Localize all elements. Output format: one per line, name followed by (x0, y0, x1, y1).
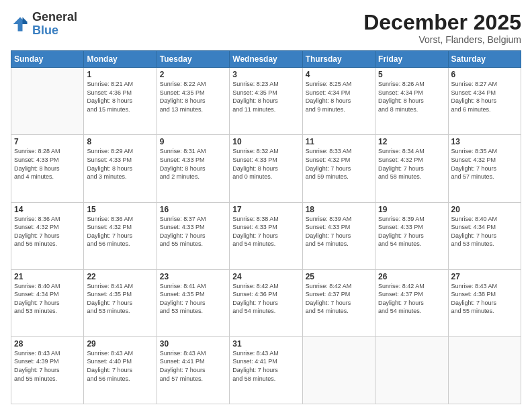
day-info: Sunrise: 8:22 AM Sunset: 4:35 PM Dayligh… (160, 80, 226, 113)
day-number: 13 (451, 137, 518, 146)
calendar-cell: 17Sunrise: 8:38 AM Sunset: 4:33 PM Dayli… (230, 202, 302, 269)
calendar-cell: 22Sunrise: 8:41 AM Sunset: 4:35 PM Dayli… (84, 269, 157, 336)
logo: General Blue (11, 11, 77, 38)
day-number: 10 (232, 137, 299, 146)
calendar-cell: 13Sunrise: 8:35 AM Sunset: 4:32 PM Dayli… (448, 135, 521, 202)
day-number: 26 (378, 272, 445, 281)
day-number: 16 (160, 205, 226, 214)
day-number: 7 (14, 137, 81, 146)
day-header-saturday: Saturday (448, 51, 521, 68)
day-info: Sunrise: 8:42 AM Sunset: 4:37 PM Dayligh… (378, 282, 445, 316)
calendar-cell: 1Sunrise: 8:21 AM Sunset: 4:36 PM Daylig… (84, 68, 157, 135)
day-info: Sunrise: 8:36 AM Sunset: 4:32 PM Dayligh… (14, 215, 81, 248)
day-info: Sunrise: 8:31 AM Sunset: 4:33 PM Dayligh… (160, 147, 226, 181)
calendar-week-row: 28Sunrise: 8:43 AM Sunset: 4:39 PM Dayli… (11, 336, 521, 404)
day-info: Sunrise: 8:26 AM Sunset: 4:34 PM Dayligh… (378, 80, 445, 113)
day-info: Sunrise: 8:21 AM Sunset: 4:36 PM Dayligh… (87, 80, 153, 113)
calendar-cell: 2Sunrise: 8:22 AM Sunset: 4:35 PM Daylig… (157, 68, 229, 135)
calendar-cell: 27Sunrise: 8:43 AM Sunset: 4:38 PM Dayli… (448, 269, 521, 336)
calendar-cell: 30Sunrise: 8:43 AM Sunset: 4:41 PM Dayli… (157, 336, 229, 404)
day-info: Sunrise: 8:43 AM Sunset: 4:40 PM Dayligh… (87, 349, 153, 383)
day-number: 19 (378, 205, 445, 214)
calendar-cell: 19Sunrise: 8:39 AM Sunset: 4:33 PM Dayli… (375, 202, 448, 269)
calendar-cell: 20Sunrise: 8:40 AM Sunset: 4:34 PM Dayli… (448, 202, 521, 269)
day-number: 29 (87, 339, 153, 349)
day-info: Sunrise: 8:35 AM Sunset: 4:32 PM Dayligh… (451, 147, 518, 181)
day-number: 17 (232, 205, 299, 214)
day-number: 24 (232, 272, 299, 281)
day-info: Sunrise: 8:23 AM Sunset: 4:35 PM Dayligh… (232, 80, 299, 113)
day-info: Sunrise: 8:41 AM Sunset: 4:35 PM Dayligh… (87, 282, 153, 316)
day-number: 11 (306, 137, 372, 146)
day-number: 9 (160, 137, 226, 146)
calendar-cell: 29Sunrise: 8:43 AM Sunset: 4:40 PM Dayli… (84, 336, 157, 404)
calendar-cell: 9Sunrise: 8:31 AM Sunset: 4:33 PM Daylig… (157, 135, 229, 202)
calendar-cell: 24Sunrise: 8:42 AM Sunset: 4:36 PM Dayli… (230, 269, 302, 336)
day-header-sunday: Sunday (11, 51, 84, 68)
calendar-week-row: 7Sunrise: 8:28 AM Sunset: 4:33 PM Daylig… (11, 135, 521, 202)
calendar-cell (302, 336, 375, 404)
day-info: Sunrise: 8:43 AM Sunset: 4:38 PM Dayligh… (451, 282, 518, 316)
calendar-cell: 6Sunrise: 8:27 AM Sunset: 4:34 PM Daylig… (448, 68, 521, 135)
day-info: Sunrise: 8:42 AM Sunset: 4:36 PM Dayligh… (232, 282, 299, 316)
day-info: Sunrise: 8:25 AM Sunset: 4:34 PM Dayligh… (306, 80, 372, 113)
day-info: Sunrise: 8:37 AM Sunset: 4:33 PM Dayligh… (160, 215, 226, 248)
day-number: 31 (232, 339, 299, 349)
calendar-cell: 15Sunrise: 8:36 AM Sunset: 4:32 PM Dayli… (84, 202, 157, 269)
day-number: 28 (14, 339, 81, 349)
calendar-cell: 11Sunrise: 8:33 AM Sunset: 4:32 PM Dayli… (302, 135, 375, 202)
day-info: Sunrise: 8:33 AM Sunset: 4:32 PM Dayligh… (306, 147, 372, 181)
day-header-wednesday: Wednesday (230, 51, 302, 68)
day-number: 4 (306, 70, 372, 79)
calendar-week-row: 21Sunrise: 8:40 AM Sunset: 4:34 PM Dayli… (11, 269, 521, 336)
day-info: Sunrise: 8:43 AM Sunset: 4:41 PM Dayligh… (232, 349, 299, 383)
day-number: 20 (451, 205, 518, 214)
day-info: Sunrise: 8:38 AM Sunset: 4:33 PM Dayligh… (232, 215, 299, 248)
title-block: December 2025 Vorst, Flanders, Belgium (363, 11, 521, 45)
logo-text: General Blue (32, 11, 77, 38)
day-number: 22 (87, 272, 153, 281)
calendar-week-row: 1Sunrise: 8:21 AM Sunset: 4:36 PM Daylig… (11, 68, 521, 135)
svg-marker-1 (23, 17, 28, 24)
day-info: Sunrise: 8:39 AM Sunset: 4:33 PM Dayligh… (306, 215, 372, 248)
calendar-cell (11, 68, 84, 135)
logo-blue-text: Blue (32, 24, 77, 38)
calendar-cell: 8Sunrise: 8:29 AM Sunset: 4:33 PM Daylig… (84, 135, 157, 202)
day-number: 6 (451, 70, 518, 79)
day-number: 27 (451, 272, 518, 281)
calendar-cell: 10Sunrise: 8:32 AM Sunset: 4:33 PM Dayli… (230, 135, 302, 202)
day-info: Sunrise: 8:43 AM Sunset: 4:41 PM Dayligh… (160, 349, 226, 383)
calendar-cell: 31Sunrise: 8:43 AM Sunset: 4:41 PM Dayli… (230, 336, 302, 404)
day-info: Sunrise: 8:27 AM Sunset: 4:34 PM Dayligh… (451, 80, 518, 113)
day-number: 3 (232, 70, 299, 79)
day-info: Sunrise: 8:43 AM Sunset: 4:39 PM Dayligh… (14, 349, 81, 383)
day-header-tuesday: Tuesday (157, 51, 229, 68)
day-info: Sunrise: 8:29 AM Sunset: 4:33 PM Dayligh… (87, 147, 153, 181)
calendar-cell: 25Sunrise: 8:42 AM Sunset: 4:37 PM Dayli… (302, 269, 375, 336)
day-info: Sunrise: 8:36 AM Sunset: 4:32 PM Dayligh… (87, 215, 153, 248)
day-info: Sunrise: 8:40 AM Sunset: 4:34 PM Dayligh… (14, 282, 81, 316)
day-header-monday: Monday (84, 51, 157, 68)
day-info: Sunrise: 8:28 AM Sunset: 4:33 PM Dayligh… (14, 147, 81, 181)
day-number: 23 (160, 272, 226, 281)
day-number: 30 (160, 339, 226, 349)
day-number: 15 (87, 205, 153, 214)
calendar-cell: 12Sunrise: 8:34 AM Sunset: 4:32 PM Dayli… (375, 135, 448, 202)
calendar-cell: 3Sunrise: 8:23 AM Sunset: 4:35 PM Daylig… (230, 68, 302, 135)
day-info: Sunrise: 8:40 AM Sunset: 4:34 PM Dayligh… (451, 215, 518, 248)
day-number: 12 (378, 137, 445, 146)
day-number: 2 (160, 70, 226, 79)
calendar-cell: 26Sunrise: 8:42 AM Sunset: 4:37 PM Dayli… (375, 269, 448, 336)
day-info: Sunrise: 8:32 AM Sunset: 4:33 PM Dayligh… (232, 147, 299, 181)
calendar-cell (375, 336, 448, 404)
logo-general-text: General (32, 11, 77, 24)
location-subtitle: Vorst, Flanders, Belgium (363, 34, 521, 45)
header: General Blue December 2025 Vorst, Flande… (11, 11, 521, 45)
logo-icon (11, 15, 30, 34)
calendar-cell: 5Sunrise: 8:26 AM Sunset: 4:34 PM Daylig… (375, 68, 448, 135)
day-number: 8 (87, 137, 153, 146)
day-number: 21 (14, 272, 81, 281)
day-info: Sunrise: 8:39 AM Sunset: 4:33 PM Dayligh… (378, 215, 445, 248)
calendar-cell: 16Sunrise: 8:37 AM Sunset: 4:33 PM Dayli… (157, 202, 229, 269)
day-info: Sunrise: 8:42 AM Sunset: 4:37 PM Dayligh… (306, 282, 372, 316)
